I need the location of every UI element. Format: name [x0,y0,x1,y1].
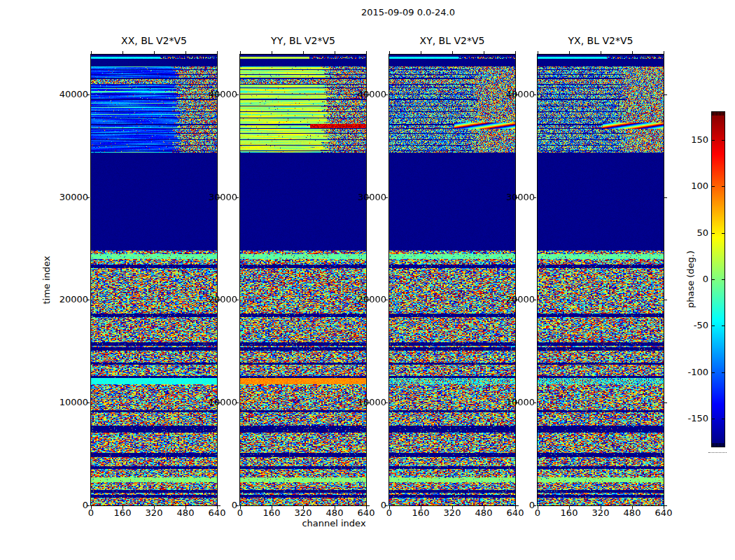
panel-title-yy: YY, BL V2*V5 [271,36,335,46]
x-tick-mark [515,51,516,54]
y-tick-label: 30000 [59,192,88,202]
colorbar-tick-label: -50 [694,321,708,330]
y-tick-mark [664,505,667,506]
x-tick-mark [664,51,664,54]
x-tick-mark [452,51,453,54]
colorbar-tick-label: -150 [687,414,708,424]
x-tick-mark [389,51,390,54]
panel-title-xx: XX, BL V2*V5 [121,36,187,46]
y-tick-mark [664,94,667,95]
x-tick-mark [303,51,304,54]
heatmap-panel-xx [90,54,218,506]
colorbar-axis-label: phase (deg.) [686,251,696,308]
y-tick-label: 40000 [358,90,386,99]
panel-canvas-xy [389,55,515,505]
y-tick-mark [218,505,220,506]
x-tick-label: 160 [412,508,430,518]
y-tick-label: 10000 [59,398,88,407]
colorbar-tick-label: 0 [703,274,708,284]
colorbar-tick-label: 50 [696,227,708,237]
panel-title-xy: XY, BL V2*V5 [420,36,485,46]
y-tick-label: 0 [529,500,535,510]
colorbar-tick-label: -100 [687,368,708,377]
y-tick-label: 30000 [358,192,386,202]
colorbar-canvas [712,112,724,447]
y-tick-mark [516,505,519,506]
y-tick-mark [664,300,667,300]
x-tick-label: 640 [358,508,375,518]
panel-canvas-yy [240,55,366,505]
y-tick-label: 20000 [506,295,535,304]
x-tick-label: 0 [386,508,392,518]
figure-title: 2015-09-09 0.0-24.0 [361,8,455,18]
x-axis-label: channel index [302,519,365,528]
y-tick-mark [367,505,370,506]
y-tick-label: 10000 [506,398,535,407]
x-tick-label: 480 [177,508,195,518]
x-tick-label: 160 [114,508,132,518]
x-tick-mark [335,51,335,54]
heatmap-panel-yy [239,54,367,506]
y-tick-label: 30000 [506,192,535,202]
figure: 2015-09-09 0.0-24.0 time index channel i… [0,0,735,560]
colorbar-bottom-dotted-line [708,452,727,453]
x-tick-label: 0 [535,508,540,518]
x-tick-label: 480 [326,508,344,518]
heatmap-panel-xy [388,54,516,506]
x-tick-label: 640 [655,508,673,518]
x-tick-mark [91,51,92,54]
y-tick-label: 10000 [209,398,237,407]
y-tick-label: 40000 [506,90,535,99]
y-tick-label: 20000 [209,295,237,304]
x-tick-mark [632,51,633,54]
x-tick-label: 320 [592,508,610,518]
x-tick-mark [569,51,570,54]
panel-canvas-yx [538,55,664,505]
x-tick-mark [484,51,484,54]
x-tick-mark [122,51,123,54]
x-tick-mark [272,51,272,54]
x-tick-label: 160 [263,508,281,518]
panel-canvas-xx [91,55,217,505]
y-tick-label: 10000 [358,398,386,407]
x-tick-label: 0 [88,508,94,518]
panel-title-yx: YX, BL V2*V5 [568,36,634,46]
x-tick-label: 480 [624,508,641,518]
x-tick-mark [186,51,186,54]
x-tick-mark [538,51,538,54]
y-tick-label: 0 [83,500,88,510]
x-tick-label: 320 [444,508,461,518]
x-tick-label: 320 [295,508,312,518]
x-tick-label: 640 [209,508,226,518]
x-tick-label: 160 [561,508,578,518]
x-tick-label: 640 [507,508,524,518]
y-tick-label: 0 [381,500,386,510]
y-tick-label: 20000 [358,295,386,304]
heatmap-panel-yx [537,54,664,506]
colorbar-tick-label: 150 [691,135,708,145]
x-tick-label: 0 [237,508,243,518]
x-tick-label: 320 [146,508,163,518]
y-tick-mark [664,402,667,403]
x-tick-mark [154,51,155,54]
y-tick-label: 30000 [209,192,237,202]
y-tick-label: 40000 [209,90,237,99]
y-axis-label: time index [42,255,52,304]
y-tick-label: 0 [232,500,237,510]
x-tick-mark [421,51,421,54]
y-tick-label: 20000 [59,295,88,304]
x-tick-label: 480 [475,508,493,518]
y-tick-mark [664,197,667,198]
x-tick-mark [217,51,218,54]
colorbar [711,111,725,447]
y-tick-label: 40000 [59,90,88,99]
x-tick-mark [601,51,601,54]
x-tick-mark [366,51,367,54]
colorbar-tick-label: 100 [691,181,708,191]
x-tick-mark [240,51,241,54]
